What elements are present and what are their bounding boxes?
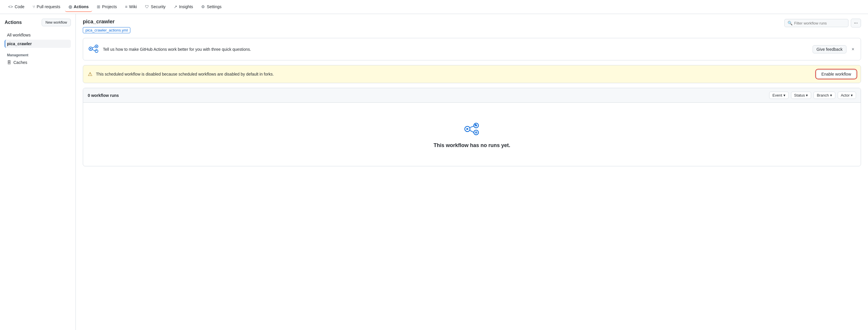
sidebar-item-all-workflows[interactable]: All workflows (5, 31, 71, 39)
nav-projects-label: Projects (102, 4, 117, 9)
feedback-workflow-icon (88, 43, 99, 55)
caches-label: Caches (13, 60, 27, 65)
breadcrumb-left: pica_crawler pica_crawler_actions.yml (83, 19, 130, 33)
nav-projects[interactable]: ⊞ Projects (93, 2, 120, 12)
empty-state: This workflow has no runs yet. (83, 103, 861, 166)
nav-code-label: Code (14, 4, 24, 9)
filter-actor-button[interactable]: Actor ▾ (838, 92, 856, 99)
workflow-runs-panel: 0 workflow runs Event ▾ Status ▾ Branch … (83, 88, 861, 166)
search-input[interactable] (794, 21, 845, 25)
main-content: pica_crawler pica_crawler_actions.yml 🔍 … (76, 14, 868, 330)
repo-name: pica_crawler (83, 19, 130, 25)
feedback-icon-wrap (88, 43, 99, 55)
nav-actions-label: Actions (74, 4, 89, 9)
nav-settings-label: Settings (207, 4, 222, 9)
nav-code[interactable]: <> Code (5, 2, 28, 12)
new-workflow-button[interactable]: New workflow (42, 19, 71, 26)
search-box[interactable]: 🔍 (784, 19, 848, 27)
filter-event-button[interactable]: Event ▾ (769, 92, 788, 99)
nav-security[interactable]: 🛡 Security (142, 2, 169, 12)
svg-line-5 (92, 47, 95, 48)
settings-icon: ⚙ (201, 4, 205, 9)
top-navigation: <> Code ⑂ Pull requests ◎ Actions ⊞ Proj… (0, 0, 868, 14)
filter-branch-button[interactable]: Branch ▾ (813, 92, 835, 99)
filter-status-label: Status (794, 93, 805, 97)
close-feedback-button[interactable]: × (850, 46, 856, 53)
svg-line-13 (470, 126, 474, 127)
sidebar-header: Actions New workflow (5, 19, 71, 26)
nav-pr-label: Pull requests (37, 4, 60, 9)
nav-wiki[interactable]: ≡ Wiki (122, 2, 141, 12)
file-link[interactable]: pica_crawler_actions.yml (83, 27, 130, 33)
more-options-button[interactable]: ··· (851, 19, 861, 27)
header-right: 🔍 ··· (784, 19, 861, 27)
nav-insights[interactable]: ↗ Insights (170, 2, 196, 12)
filter-actor-chevron: ▾ (851, 93, 853, 97)
caches-icon: 🗄 (7, 60, 11, 65)
nav-settings[interactable]: ⚙ Settings (198, 2, 225, 12)
sidebar-item-caches[interactable]: 🗄 Caches (5, 58, 71, 66)
enable-workflow-button[interactable]: Enable workflow (816, 70, 856, 78)
sidebar: Actions New workflow All workflows pica_… (0, 14, 76, 330)
svg-point-12 (475, 132, 477, 133)
warning-text: This scheduled workflow is disabled beca… (96, 72, 813, 77)
filter-event-chevron: ▾ (783, 93, 785, 97)
runs-count: 0 workflow runs (88, 93, 119, 98)
filter-actor-label: Actor (841, 93, 849, 97)
warning-icon: ⚠ (88, 71, 92, 77)
svg-line-14 (470, 130, 474, 132)
filter-branch-chevron: ▾ (830, 93, 832, 97)
runs-header: 0 workflow runs Event ▾ Status ▾ Branch … (83, 88, 861, 103)
svg-line-6 (92, 50, 95, 51)
nav-insights-label: Insights (179, 4, 193, 9)
projects-icon: ⊞ (97, 4, 100, 9)
filter-status-chevron: ▾ (806, 93, 808, 97)
sidebar-title: Actions (5, 20, 22, 25)
page-layout: Actions New workflow All workflows pica_… (0, 14, 868, 330)
feedback-text: Tell us how to make GitHub Actions work … (103, 47, 809, 52)
sidebar-item-pica-crawler[interactable]: pica_crawler (5, 40, 71, 48)
filter-status-button[interactable]: Status ▾ (791, 92, 811, 99)
give-feedback-button[interactable]: Give feedback (813, 45, 846, 53)
pr-icon: ⑂ (33, 4, 35, 9)
runs-filters: Event ▾ Status ▾ Branch ▾ Actor ▾ (769, 92, 856, 99)
feedback-banner: Tell us how to make GitHub Actions work … (83, 38, 861, 60)
svg-point-3 (96, 46, 97, 47)
empty-state-icon (463, 120, 481, 138)
sidebar-management-label: Management (5, 49, 71, 58)
actions-icon: ◎ (68, 4, 72, 9)
security-icon: 🛡 (145, 4, 149, 9)
filter-branch-label: Branch (817, 93, 829, 97)
wiki-icon: ≡ (125, 4, 127, 9)
svg-marker-8 (466, 128, 469, 130)
warning-banner: ⚠ This scheduled workflow is disabled be… (83, 65, 861, 83)
nav-actions[interactable]: ◎ Actions (65, 2, 92, 12)
insights-icon: ↗ (174, 4, 177, 9)
svg-point-11 (474, 130, 478, 135)
nav-pull-requests[interactable]: ⑂ Pull requests (29, 2, 64, 12)
nav-wiki-label: Wiki (129, 4, 137, 9)
search-icon: 🔍 (787, 21, 793, 25)
filter-event-label: Event (772, 93, 782, 97)
nav-security-label: Security (151, 4, 165, 9)
breadcrumb-area: pica_crawler pica_crawler_actions.yml 🔍 … (83, 19, 861, 33)
svg-point-10 (475, 124, 476, 126)
code-icon: <> (8, 4, 13, 9)
empty-state-text: This workflow has no runs yet. (434, 142, 510, 149)
svg-marker-1 (90, 48, 92, 50)
